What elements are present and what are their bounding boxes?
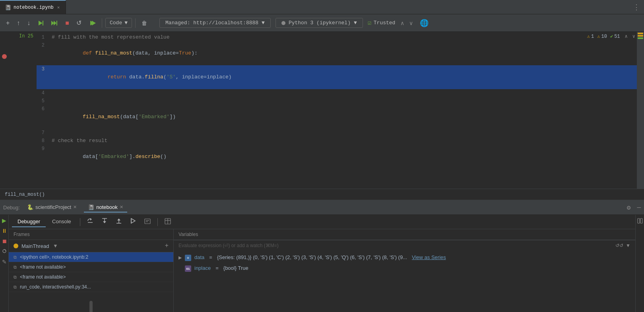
server-dropdown[interactable]: Managed: http://localhost:8888 ▼ <box>159 18 271 28</box>
next-warning-button[interactable]: ∨ <box>407 19 415 27</box>
thread-dropdown-arrow[interactable]: ▼ <box>54 243 57 249</box>
line-number-8: 8 <box>37 137 48 145</box>
scroll-indicator-warning-2 <box>638 35 643 37</box>
tab-notebook[interactable]: 📓 notebook.ipynb ✕ <box>0 0 66 14</box>
frames-label: Frames <box>14 232 30 237</box>
move-down-button[interactable]: ↓ <box>24 18 33 28</box>
debug-tab-scientific-project[interactable]: 🐍 scientificProject ✕ <box>23 203 81 213</box>
debug-tab-notebook[interactable]: 📓 notebook ✕ <box>84 203 127 213</box>
eval-bar[interactable]: Evaluate expression (⏎) or add a watch (… <box>174 240 635 251</box>
variables-label: Variables <box>178 232 198 237</box>
notebook-debug-icon: 📓 <box>88 204 94 210</box>
debug-tab-notebook-close[interactable]: ✕ <box>120 205 123 210</box>
line-code-1[interactable]: # fill with the most represented value <box>48 33 169 41</box>
variable-eq-data: = <box>209 254 212 260</box>
cell-execution-label: In 25 <box>19 33 33 39</box>
console-tab-label: Console <box>52 218 71 224</box>
line-code-5[interactable] <box>48 97 52 105</box>
line-code-9[interactable]: data['Embarked'].describe() <box>48 145 167 169</box>
debug-tab-scientific-close[interactable]: ✕ <box>73 205 77 210</box>
variable-value-inplace: {bool} True <box>223 265 248 271</box>
frame-label-1: <ipython cell>, notebook.ipynb:2 <box>20 254 88 260</box>
variable-value-data: {Series: (891,)} (0, 'S') (1, 'C') (2, '… <box>217 254 407 260</box>
view-table-button[interactable] <box>161 216 175 227</box>
line-code-2[interactable]: def fill_na_most(data, inplace=True): <box>48 41 198 65</box>
debug-toolbar-sep2 <box>157 218 158 226</box>
tab-close-button[interactable]: ✕ <box>56 4 61 10</box>
add-cell-button[interactable]: + <box>3 18 12 28</box>
eval-placeholder: Evaluate expression (⏎) or add a watch (… <box>178 243 279 248</box>
line-number-2: 2 <box>37 41 48 65</box>
svg-marker-0 <box>39 21 43 25</box>
debug-pause-button[interactable]: ⏸ <box>1 227 8 235</box>
nav-arrows: ∧ ∨ <box>398 19 415 27</box>
line-code-8[interactable]: # check the result <box>48 137 107 145</box>
warning-count-2[interactable]: ⚠ 10 <box>597 33 607 39</box>
step-out-button[interactable] <box>112 216 126 228</box>
variable-item-inplace: ▶ 01 inplace = {bool} True <box>174 263 635 274</box>
debug-pen-button[interactable]: ✎ <box>1 258 8 266</box>
variables-list: ▶ ≡ data = {Series: (891,)} (0, 'S') (1,… <box>174 251 635 312</box>
notebook-tab-icon: 📓 <box>5 4 11 11</box>
cell-label-column: In 25 <box>9 32 37 189</box>
prev-warning-button[interactable]: ∧ <box>398 19 406 27</box>
debug-resume-button[interactable]: ▶ <box>1 216 7 224</box>
run-cell-button[interactable] <box>35 18 47 28</box>
line-code-4[interactable] <box>48 89 52 97</box>
variable-expand-data[interactable]: ▶ <box>178 255 182 260</box>
frame-item-1[interactable]: ⧉ <ipython cell>, notebook.ipynb:2 <box>9 252 173 262</box>
warnings-expand-arrow[interactable]: ∧ <box>625 33 628 39</box>
run-to-cursor-button[interactable] <box>126 216 140 228</box>
console-tab[interactable]: Console <box>47 216 77 227</box>
line-number-9: 9 <box>37 145 48 169</box>
warning-triangle-icon-2: ⚠ <box>597 33 600 39</box>
debug-minimize-icon[interactable]: — <box>637 204 641 211</box>
debugger-tab[interactable]: Debugger <box>12 216 46 227</box>
debug-stop-button[interactable]: ⏹ <box>1 237 8 245</box>
code-line-9: 9 data['Embarked'].describe() <box>37 145 637 169</box>
debug-settings-icon[interactable]: ⚙ <box>627 204 631 212</box>
debug-panel: Debug: 🐍 scientificProject ✕ 📓 notebook … <box>0 200 644 312</box>
move-up-button[interactable]: ↑ <box>14 18 23 28</box>
more-tabs-button[interactable]: ⋮ <box>629 3 644 12</box>
eval-dropdown-button[interactable]: ▼ <box>626 243 630 248</box>
code-line-5: 5 <box>37 97 637 105</box>
svg-marker-16 <box>131 218 135 223</box>
server-arrow: ▼ <box>262 20 265 26</box>
warning-count-1[interactable]: ⚠ 1 <box>587 33 594 39</box>
kernel-arrow: ▼ <box>354 20 357 26</box>
stop-button[interactable]: ■ <box>62 18 72 28</box>
frames-scrollbar-thumb[interactable] <box>89 301 93 312</box>
frame-copy-icon-3: ⧉ <box>14 275 17 280</box>
debug-left-icons: ▶ ⏸ ⏹ ✎ <box>0 215 9 312</box>
check-count[interactable]: ✔ 51 <box>610 33 620 39</box>
restart-run-button[interactable] <box>86 18 99 28</box>
frame-copy-icon-2: ⧉ <box>14 265 17 270</box>
frame-item-2[interactable]: ⧉ <frame not available> <box>9 262 173 272</box>
restart-button[interactable]: ↺ <box>74 18 84 28</box>
variable-view-as-series-link[interactable]: View as Series <box>412 254 446 260</box>
line-code-3[interactable]: return data.fillna('S', inplace=inplace) <box>48 65 232 89</box>
variables-header: Variables <box>174 229 635 240</box>
cell-type-dropdown[interactable]: Code ▼ <box>105 18 132 28</box>
breakpoint-dot[interactable] <box>2 54 7 59</box>
kernel-dropdown[interactable]: Python 3 (ipykernel) ▼ <box>275 18 363 28</box>
add-thread-button[interactable]: + <box>165 242 169 250</box>
split-view-button[interactable] <box>636 216 644 225</box>
step-over-button[interactable] <box>83 216 97 228</box>
scientific-project-icon: 🐍 <box>27 204 33 210</box>
debug-rerun-button[interactable] <box>1 248 8 255</box>
eval-actions: ↺↺ ▼ <box>615 243 630 248</box>
frame-item-3[interactable]: ⧉ <frame not available> <box>9 272 173 282</box>
line-code-6[interactable]: fill_na_most(data['Embarked']) <box>48 105 176 129</box>
line-code-7[interactable] <box>48 129 52 137</box>
frame-item-4[interactable]: ⧉ run_code, interactiveshell.py:34... <box>9 282 173 292</box>
globe-icon[interactable]: 🌐 <box>420 19 429 27</box>
evaluate-button[interactable] <box>141 216 154 227</box>
step-into-button[interactable] <box>98 216 111 228</box>
main-code-area: In 25 1 # fill with the most represented… <box>0 32 644 189</box>
warnings-collapse-arrow[interactable]: ∨ <box>632 33 635 39</box>
run-all-button[interactable] <box>48 18 61 28</box>
delete-cell-button[interactable]: 🗑 <box>139 18 150 28</box>
eval-history-button[interactable]: ↺↺ <box>615 243 623 248</box>
